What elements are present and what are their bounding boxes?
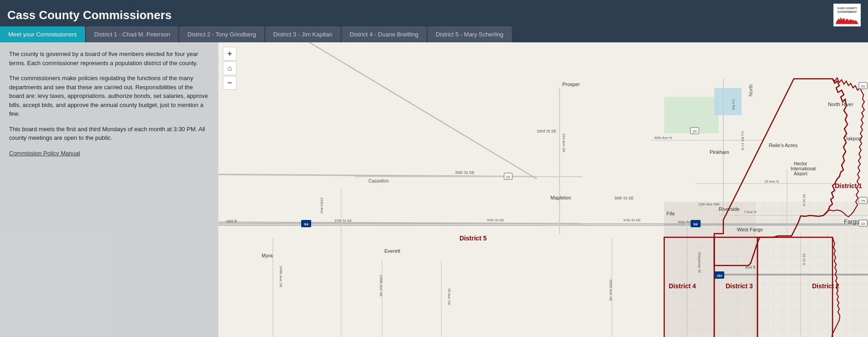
north-indicator: North <box>748 84 753 97</box>
svg-text:19 Ave N: 19 Ave N <box>764 179 779 184</box>
svg-text:10: 10 <box>506 175 510 179</box>
svg-text:District 5: District 5 <box>459 235 487 242</box>
svg-text:Oakport: Oakport <box>844 136 862 141</box>
svg-text:194: 194 <box>717 274 722 277</box>
tab-district1[interactable]: District 1 - Chad M. Peterson <box>86 26 178 42</box>
info-paragraph-1: The county is governed by a board of fiv… <box>9 50 209 67</box>
svg-text:North River: North River <box>828 102 853 107</box>
svg-text:33rd St SE: 33rd St SE <box>537 129 557 133</box>
svg-text:75: 75 <box>861 199 865 203</box>
svg-text:District 1: District 1 <box>835 182 862 189</box>
home-button[interactable]: ⌂ <box>223 61 237 75</box>
tab-meet-commissioners[interactable]: Meet your Commissioners <box>0 26 85 42</box>
info-panel: The county is governed by a board of fiv… <box>0 42 218 337</box>
svg-text:10: 10 <box>861 222 865 226</box>
svg-text:Myra: Myra <box>262 253 273 258</box>
svg-rect-2 <box>714 88 742 115</box>
svg-text:7 Ave N: 7 Ave N <box>744 210 757 214</box>
svg-text:153rd Ave: 153rd Ave <box>320 197 324 214</box>
svg-text:Co Rd 17 N: Co Rd 17 N <box>741 131 745 150</box>
svg-text:155th Ave SE: 155th Ave SE <box>379 275 383 296</box>
svg-text:Everett: Everett <box>384 248 400 254</box>
svg-text:Fargo: Fargo <box>844 218 859 225</box>
svg-text:International: International <box>791 166 816 171</box>
svg-text:Fife: Fife <box>666 211 675 216</box>
svg-text:37th St SE: 37th St SE <box>487 218 504 222</box>
map-controls: + ⌂ − <box>223 47 237 90</box>
page-title: Cass County Commissioners <box>7 5 172 26</box>
svg-text:Airport: Airport <box>794 171 807 176</box>
svg-text:94: 94 <box>304 222 308 226</box>
svg-text:35th St SE: 35th St SE <box>455 170 474 175</box>
tab-district2[interactable]: District 2 - Tony Grindberg <box>179 26 264 42</box>
svg-text:-999 ft: -999 ft <box>225 219 237 224</box>
svg-text:Riverside: Riverside <box>719 206 740 212</box>
svg-text:37th St SE: 37th St SE <box>623 218 641 222</box>
svg-text:149th Ave SE: 149th Ave SE <box>279 266 283 287</box>
zoom-in-button[interactable]: + <box>223 47 237 61</box>
svg-text:40th Ave N: 40th Ave N <box>654 136 672 140</box>
info-paragraph-3: This board meets the first and third Mon… <box>9 125 209 143</box>
tab-district5[interactable]: District 5 - Mary Scherling <box>428 26 512 42</box>
tab-district3[interactable]: District 3 - Jim Kapitan <box>265 26 341 42</box>
svg-text:12th Ave NW: 12th Ave NW <box>698 202 720 206</box>
svg-text:Reile's Acres: Reile's Acres <box>769 143 798 148</box>
svg-text:31: 31 <box>861 84 865 88</box>
svg-text:37th St SE: 37th St SE <box>334 219 352 223</box>
svg-text:94: 94 <box>694 222 698 226</box>
svg-text:Sheyenne St: Sheyenne St <box>697 252 701 273</box>
zoom-out-button[interactable]: − <box>223 76 237 90</box>
svg-text:35 Ave SE: 35 Ave SE <box>447 288 451 305</box>
svg-text:Casselton: Casselton <box>368 179 389 184</box>
svg-text:District 4: District 4 <box>669 282 696 290</box>
svg-text:Mapleton: Mapleton <box>550 195 571 200</box>
commission-policy-link[interactable]: Commission Policy Manual <box>9 150 80 157</box>
tab-district4[interactable]: District 4 - Duane Breitling <box>342 26 427 42</box>
svg-text:25 St S: 25 St S <box>802 253 806 265</box>
svg-text:Co Rd: Co Rd <box>732 99 736 110</box>
info-paragraph-2: The commissioners make policies regulati… <box>9 74 209 118</box>
svg-text:904 ft: 904 ft <box>745 265 756 270</box>
svg-text:36th St SE: 36th St SE <box>614 196 634 200</box>
map-container[interactable]: 33rd St SE 35th St SE 36th St SE 37th St… <box>218 42 868 337</box>
svg-text:20: 20 <box>693 129 697 133</box>
svg-text:Hector: Hector <box>794 161 807 166</box>
svg-text:West Fargo: West Fargo <box>737 227 763 232</box>
svg-text:163 Ave SE: 163 Ave SE <box>562 133 566 153</box>
svg-text:District 3: District 3 <box>726 282 753 290</box>
svg-text:45 St N: 45 St N <box>802 194 806 206</box>
logo: CASS COUNTYGOVERNMENT <box>833 4 861 26</box>
svg-text:Prosper: Prosper <box>562 82 580 87</box>
svg-text:165th Ave SE: 165th Ave SE <box>609 279 613 301</box>
svg-text:District 2: District 2 <box>812 282 839 290</box>
svg-text:Pinkham: Pinkham <box>710 149 729 155</box>
